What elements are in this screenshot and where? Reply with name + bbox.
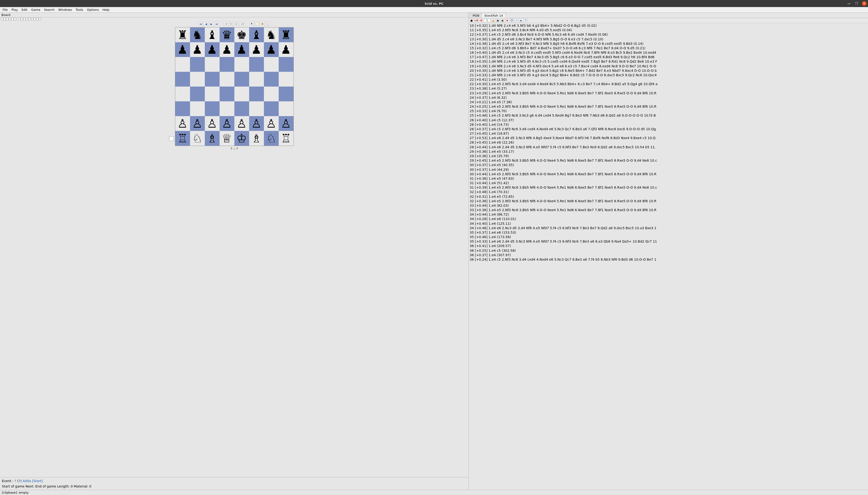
exit-var-icon[interactable]: ✖ (260, 22, 265, 26)
square-e8[interactable]: ♚ (235, 28, 249, 42)
analysis-line[interactable]: 36 [+0.41] 1.e4 (209.57) (470, 244, 867, 248)
multipv-spinner[interactable]: 1 (484, 19, 490, 22)
analysis-line[interactable]: 34 [+0.44] 1.e4 (86.72) (470, 212, 867, 217)
engine-addvar-button[interactable]: +V (474, 19, 478, 22)
square-a3[interactable] (175, 101, 190, 116)
square-a2[interactable]: ♙ (175, 116, 190, 131)
square-h3[interactable] (279, 101, 294, 116)
analysis-line[interactable]: 31 [+0.39] 1.e4 e5 2.Nf3 Nc6 3.Bb5 Nf6 4… (470, 185, 867, 190)
square-b3[interactable] (190, 101, 205, 116)
tb-icon[interactable] (18, 18, 20, 20)
var-exit-button[interactable]: ‹V (224, 22, 228, 26)
square-a4[interactable] (175, 87, 190, 101)
engine-play-icon[interactable]: ▶ (519, 19, 523, 22)
tree-icon[interactable]: ⛶ (255, 22, 259, 26)
flag-icon[interactable]: ⚑ (249, 22, 254, 26)
square-d8[interactable]: ♛ (220, 28, 235, 42)
square-a7[interactable]: ♟ (175, 42, 190, 57)
square-f3[interactable] (249, 101, 264, 116)
square-h7[interactable]: ♟ (279, 42, 294, 57)
engine-cpu-icon[interactable]: ▣ (496, 19, 500, 22)
square-b6[interactable] (190, 57, 205, 72)
engine-info-icon[interactable]: ⓘ (510, 19, 514, 22)
engine-clear-icon[interactable]: ✖ (505, 19, 509, 22)
analysis-line[interactable]: 13 [+0.30] 1.d4 d5 2.c4 e6 3.Nc3 Be7 4.N… (470, 37, 867, 41)
analysis-line[interactable]: 35 [+0.46] 1.e4 (173.58) (470, 235, 867, 239)
analysis-line[interactable]: 33 [+0.36] 1.e4 e5 2.Nf3 Nc6 3.Bb5 Nf6 4… (470, 208, 867, 212)
tab-stockfish[interactable]: Stockfish 14 (482, 13, 506, 18)
square-d5[interactable] (220, 72, 235, 87)
analysis-line[interactable]: 32 [+0.31] 1.e4 e5 (72.65) (470, 194, 867, 199)
square-f5[interactable] (249, 72, 264, 87)
nav-first-icon[interactable]: ⏮ (198, 22, 203, 26)
square-a6[interactable] (175, 57, 190, 72)
tb-icon[interactable] (11, 18, 14, 20)
analysis-line[interactable]: 22 [+0.30] 1.e4 e5 2.Nf3 Nc6 3.d4 exd4 4… (470, 82, 867, 86)
engine-remvar-button[interactable]: -V (479, 19, 483, 22)
square-c8[interactable]: ♝ (205, 28, 220, 42)
analysis-line[interactable]: 31 [+0.36] 1.e4 e5 (47.63) (470, 176, 867, 181)
analysis-line[interactable]: 27 [+0.45] 1.e4 (18.87) (470, 131, 867, 136)
square-b7[interactable]: ♟ (190, 42, 205, 57)
square-b2[interactable]: ♙ (190, 116, 205, 131)
square-c7[interactable]: ♟ (205, 42, 220, 57)
square-c5[interactable] (205, 72, 220, 87)
analysis-line[interactable]: 12 [+0.37] 1.e4 c5 2.Nf3 d6 3.Bc4 Nc6 4.… (470, 32, 867, 37)
engine-arrow-icon[interactable]: ↗ (515, 19, 518, 22)
square-g2[interactable]: ♙ (264, 116, 279, 131)
square-g1[interactable]: ♘ (264, 131, 279, 146)
nav-prev-icon[interactable]: ◀ (204, 22, 208, 26)
analysis-line[interactable]: 25 [+0.33] 1.e4 (9.70) (470, 109, 867, 113)
analysis-line[interactable]: 18 [+0.35] 1.d4 Nf6 2.c4 e6 3.Nf3 d5 4.N… (470, 59, 867, 64)
square-h1[interactable]: ♖ (279, 131, 294, 146)
engine-lock-icon[interactable]: 🔒 (491, 19, 495, 22)
square-e1[interactable]: ♔ (235, 131, 249, 146)
square-g3[interactable] (264, 101, 279, 116)
analysis-line[interactable]: 24 [+0.37] 1.e4 (6.32) (470, 96, 867, 100)
square-d6[interactable] (220, 57, 235, 72)
eco-link[interactable]: A00a [Start] (22, 479, 43, 483)
square-f4[interactable] (249, 87, 264, 101)
tb-icon[interactable] (9, 18, 11, 20)
square-b5[interactable] (190, 72, 205, 87)
engine-grid-icon[interactable]: ▦ (501, 19, 504, 22)
analysis-line[interactable]: 14 [+0.36] 1.d4 d5 2.c4 e6 3.Nf3 Be7 4.N… (470, 41, 867, 46)
tb-icon[interactable] (39, 18, 41, 20)
analysis-line[interactable]: 23 [+0.29] 1.e4 e5 2.Nf3 Nc6 3.Bb5 Nf6 4… (470, 91, 867, 96)
engine-stop-button[interactable]: ■ (470, 19, 473, 22)
square-a1[interactable]: ♖ (175, 131, 190, 146)
analysis-line[interactable]: 36 [+0.24] 1.e4 c5 2.Nf3 Nc6 3.d4 cxd4 4… (470, 257, 867, 262)
square-d7[interactable]: ♟ (220, 42, 235, 57)
square-f2[interactable]: ♙ (249, 116, 264, 131)
analysis-line[interactable]: 30 [+0.37] 1.e4 (44.29) (470, 168, 867, 172)
square-g7[interactable]: ♟ (264, 42, 279, 57)
tb-icon[interactable] (1, 18, 3, 20)
square-h2[interactable]: ♙ (279, 116, 294, 131)
menu-play[interactable]: Play (10, 7, 19, 12)
analysis-line[interactable]: 34 [+0.46] 1.e4 e6 2.Nc3 d5 3.d4 Nf6 4.e… (470, 226, 867, 231)
analysis-line[interactable]: 11 [+0.35] 1.e4 e5 2.Nf3 Nc6 3.Bc4 Nf6 4… (470, 28, 867, 32)
menu-edit[interactable]: Edit (20, 7, 29, 12)
menu-game[interactable]: Game (30, 7, 42, 12)
analysis-line[interactable]: 30 [+0.44] 1.e4 e5 2.Nf3 Nc6 3.Bb5 Nf6 4… (470, 172, 867, 176)
nav-last-icon[interactable]: ⏭ (215, 22, 219, 26)
tb-icon[interactable] (29, 18, 31, 20)
engine-help-icon[interactable]: ? (524, 19, 528, 22)
chess-board[interactable]: ♜♞♝♛♚♝♞♜♟♟♟♟♟♟♟♟♙♙♙♙♙♙♙♙♖♘♗♕♔♗♘♖ (175, 27, 294, 146)
tb-icon[interactable] (34, 18, 36, 20)
square-h6[interactable] (279, 57, 294, 72)
tb-icon[interactable] (3, 18, 6, 20)
square-e3[interactable] (235, 101, 249, 116)
maximize-icon[interactable]: ❐ (854, 1, 858, 6)
square-f6[interactable] (249, 57, 264, 72)
analysis-line[interactable]: 29 [+0.45] 1.e4 e5 2.Nf3 Nc6 3.Bb5 Nf6 4… (470, 158, 867, 163)
square-c3[interactable] (205, 101, 220, 116)
analysis-line[interactable]: 26 [+0.37] 1.e4 c5 2.Nf3 Nc6 3.d4 cxd4 4… (470, 127, 867, 131)
analysis-line[interactable]: 36 [+0.25] 1.e4 c5 (302.58) (470, 249, 867, 253)
tb-icon[interactable] (31, 18, 33, 20)
square-d4[interactable] (220, 87, 235, 101)
square-e7[interactable]: ♟ (235, 42, 249, 57)
square-b8[interactable]: ♞ (190, 28, 205, 42)
square-d2[interactable]: ♙ (220, 116, 235, 131)
analysis-line[interactable]: 20 [+0.35] 1.d4 Nf6 2.c4 e6 3.Nf3 d5 4.g… (470, 68, 867, 73)
